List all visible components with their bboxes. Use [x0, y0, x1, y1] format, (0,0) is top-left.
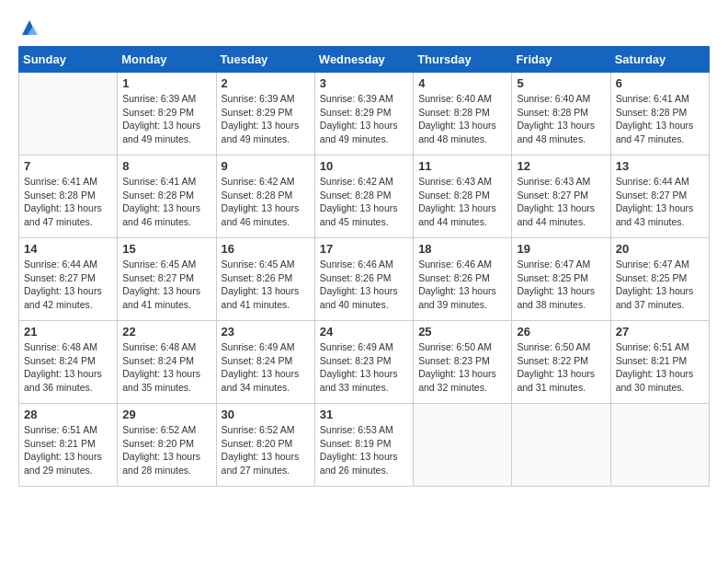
day-info: Sunrise: 6:51 AM Sunset: 8:21 PM Dayligh…	[24, 423, 112, 477]
day-number: 6	[616, 76, 704, 90]
day-info: Sunrise: 6:46 AM Sunset: 8:26 PM Dayligh…	[320, 258, 408, 312]
day-info: Sunrise: 6:43 AM Sunset: 8:28 PM Dayligh…	[418, 175, 506, 229]
calendar-cell: 29Sunrise: 6:52 AM Sunset: 8:20 PM Dayli…	[118, 404, 216, 487]
day-number: 20	[616, 242, 704, 256]
calendar-body: 1Sunrise: 6:39 AM Sunset: 8:29 PM Daylig…	[19, 73, 710, 487]
calendar-cell: 8Sunrise: 6:41 AM Sunset: 8:28 PM Daylig…	[118, 155, 216, 238]
day-number: 16	[222, 242, 310, 256]
calendar-week-3: 14Sunrise: 6:44 AM Sunset: 8:27 PM Dayli…	[19, 238, 710, 321]
day-number: 28	[24, 408, 112, 421]
day-info: Sunrise: 6:40 AM Sunset: 8:28 PM Dayligh…	[418, 92, 506, 146]
day-number: 2	[222, 76, 310, 90]
weekday-saturday: Saturday	[610, 47, 709, 73]
day-number: 4	[418, 76, 506, 90]
calendar-cell: 5Sunrise: 6:40 AM Sunset: 8:28 PM Daylig…	[512, 73, 610, 155]
day-info: Sunrise: 6:39 AM Sunset: 8:29 PM Dayligh…	[122, 92, 210, 146]
calendar-cell	[512, 404, 610, 487]
calendar-week-5: 28Sunrise: 6:51 AM Sunset: 8:21 PM Dayli…	[19, 404, 710, 487]
weekday-thursday: Thursday	[414, 47, 512, 73]
calendar-cell: 15Sunrise: 6:45 AM Sunset: 8:27 PM Dayli…	[118, 238, 216, 321]
day-number: 24	[320, 325, 408, 339]
calendar-cell: 27Sunrise: 6:51 AM Sunset: 8:21 PM Dayli…	[610, 321, 709, 404]
calendar-cell: 4Sunrise: 6:40 AM Sunset: 8:28 PM Daylig…	[414, 73, 512, 155]
calendar-week-4: 21Sunrise: 6:48 AM Sunset: 8:24 PM Dayli…	[19, 321, 710, 404]
day-number: 18	[418, 242, 506, 256]
day-number: 27	[616, 325, 704, 339]
day-info: Sunrise: 6:45 AM Sunset: 8:26 PM Dayligh…	[222, 258, 310, 312]
day-info: Sunrise: 6:41 AM Sunset: 8:28 PM Dayligh…	[24, 175, 112, 229]
day-info: Sunrise: 6:41 AM Sunset: 8:28 PM Dayligh…	[122, 175, 210, 229]
calendar-cell: 19Sunrise: 6:47 AM Sunset: 8:25 PM Dayli…	[512, 238, 610, 321]
calendar-cell: 7Sunrise: 6:41 AM Sunset: 8:28 PM Daylig…	[19, 155, 118, 238]
day-number: 29	[122, 408, 210, 421]
calendar-cell: 24Sunrise: 6:49 AM Sunset: 8:23 PM Dayli…	[314, 321, 413, 404]
day-info: Sunrise: 6:48 AM Sunset: 8:24 PM Dayligh…	[24, 340, 112, 395]
calendar-cell	[19, 73, 118, 155]
day-number: 11	[418, 159, 506, 173]
calendar-cell: 25Sunrise: 6:50 AM Sunset: 8:23 PM Dayli…	[414, 321, 512, 404]
day-number: 19	[517, 242, 605, 256]
calendar-cell: 16Sunrise: 6:45 AM Sunset: 8:26 PM Dayli…	[216, 238, 314, 321]
calendar-cell: 17Sunrise: 6:46 AM Sunset: 8:26 PM Dayli…	[314, 238, 413, 321]
day-info: Sunrise: 6:52 AM Sunset: 8:20 PM Dayligh…	[122, 423, 210, 477]
day-number: 12	[517, 159, 605, 173]
day-info: Sunrise: 6:47 AM Sunset: 8:25 PM Dayligh…	[616, 258, 704, 312]
day-info: Sunrise: 6:46 AM Sunset: 8:26 PM Dayligh…	[418, 258, 506, 312]
weekday-friday: Friday	[512, 47, 610, 73]
day-info: Sunrise: 6:51 AM Sunset: 8:21 PM Dayligh…	[616, 340, 704, 395]
day-number: 14	[24, 242, 112, 256]
calendar-cell	[610, 404, 709, 487]
calendar-cell: 28Sunrise: 6:51 AM Sunset: 8:21 PM Dayli…	[19, 404, 118, 487]
day-number: 30	[222, 408, 310, 421]
logo-icon	[20, 18, 39, 37]
day-info: Sunrise: 6:49 AM Sunset: 8:23 PM Dayligh…	[320, 340, 408, 395]
day-number: 25	[418, 325, 506, 339]
day-number: 13	[616, 159, 704, 173]
calendar-cell: 1Sunrise: 6:39 AM Sunset: 8:29 PM Daylig…	[118, 73, 216, 155]
day-info: Sunrise: 6:44 AM Sunset: 8:27 PM Dayligh…	[24, 258, 112, 312]
day-number: 10	[320, 159, 408, 173]
calendar-cell: 6Sunrise: 6:41 AM Sunset: 8:28 PM Daylig…	[610, 73, 709, 155]
day-number: 31	[320, 408, 408, 421]
calendar-cell: 10Sunrise: 6:42 AM Sunset: 8:28 PM Dayli…	[314, 155, 413, 238]
weekday-monday: Monday	[118, 47, 216, 73]
calendar-week-2: 7Sunrise: 6:41 AM Sunset: 8:28 PM Daylig…	[19, 155, 710, 238]
calendar-cell: 11Sunrise: 6:43 AM Sunset: 8:28 PM Dayli…	[414, 155, 512, 238]
day-number: 26	[517, 325, 605, 339]
day-number: 7	[24, 159, 112, 173]
day-info: Sunrise: 6:47 AM Sunset: 8:25 PM Dayligh…	[517, 258, 605, 312]
day-info: Sunrise: 6:42 AM Sunset: 8:28 PM Dayligh…	[222, 175, 310, 229]
day-number: 21	[24, 325, 112, 339]
weekday-wednesday: Wednesday	[314, 47, 413, 73]
day-info: Sunrise: 6:48 AM Sunset: 8:24 PM Dayligh…	[122, 340, 210, 395]
weekday-sunday: Sunday	[19, 47, 118, 73]
day-info: Sunrise: 6:39 AM Sunset: 8:29 PM Dayligh…	[222, 92, 310, 146]
calendar-cell	[414, 404, 512, 487]
weekday-header-row: SundayMondayTuesdayWednesdayThursdayFrid…	[19, 47, 710, 73]
day-number: 3	[320, 76, 408, 90]
day-info: Sunrise: 6:40 AM Sunset: 8:28 PM Dayligh…	[517, 92, 605, 146]
calendar-cell: 13Sunrise: 6:44 AM Sunset: 8:27 PM Dayli…	[610, 155, 709, 238]
calendar-cell: 21Sunrise: 6:48 AM Sunset: 8:24 PM Dayli…	[19, 321, 118, 404]
page-header	[18, 18, 710, 37]
day-info: Sunrise: 6:42 AM Sunset: 8:28 PM Dayligh…	[320, 175, 408, 229]
day-info: Sunrise: 6:41 AM Sunset: 8:28 PM Dayligh…	[616, 92, 704, 146]
calendar-table: SundayMondayTuesdayWednesdayThursdayFrid…	[18, 46, 710, 487]
day-number: 23	[222, 325, 310, 339]
day-info: Sunrise: 6:53 AM Sunset: 8:19 PM Dayligh…	[320, 423, 408, 477]
calendar-cell: 9Sunrise: 6:42 AM Sunset: 8:28 PM Daylig…	[216, 155, 314, 238]
calendar-cell: 18Sunrise: 6:46 AM Sunset: 8:26 PM Dayli…	[414, 238, 512, 321]
calendar-cell: 23Sunrise: 6:49 AM Sunset: 8:24 PM Dayli…	[216, 321, 314, 404]
calendar-cell: 30Sunrise: 6:52 AM Sunset: 8:20 PM Dayli…	[216, 404, 314, 487]
day-info: Sunrise: 6:45 AM Sunset: 8:27 PM Dayligh…	[122, 258, 210, 312]
day-number: 17	[320, 242, 408, 256]
day-info: Sunrise: 6:49 AM Sunset: 8:24 PM Dayligh…	[222, 340, 310, 395]
day-number: 1	[122, 76, 210, 90]
calendar-cell: 26Sunrise: 6:50 AM Sunset: 8:22 PM Dayli…	[512, 321, 610, 404]
calendar-cell: 20Sunrise: 6:47 AM Sunset: 8:25 PM Dayli…	[610, 238, 709, 321]
calendar-cell: 12Sunrise: 6:43 AM Sunset: 8:27 PM Dayli…	[512, 155, 610, 238]
weekday-tuesday: Tuesday	[216, 47, 314, 73]
logo	[18, 18, 39, 37]
day-info: Sunrise: 6:43 AM Sunset: 8:27 PM Dayligh…	[517, 175, 605, 229]
day-info: Sunrise: 6:50 AM Sunset: 8:23 PM Dayligh…	[418, 340, 506, 395]
